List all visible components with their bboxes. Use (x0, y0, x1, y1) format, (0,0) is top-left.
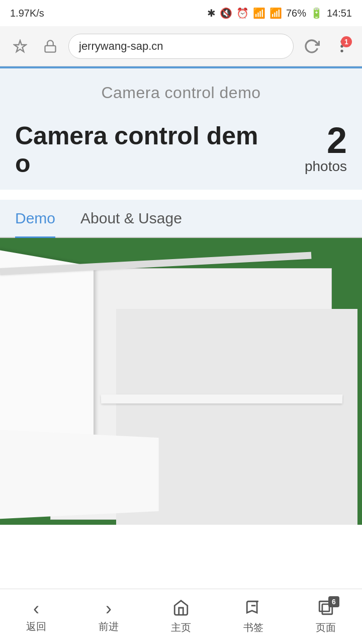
nav-back[interactable]: ‹ 返回 (26, 600, 46, 633)
home-label: 主页 (171, 621, 191, 634)
svg-rect-0 (45, 45, 56, 52)
address-bar[interactable]: jerrywang-sap.cn (68, 34, 294, 59)
clock: 14:51 (327, 8, 352, 19)
shelf (101, 394, 343, 404)
nav-bookmarks[interactable]: 书签 (243, 599, 263, 634)
alarm-icon: ⏰ (236, 7, 249, 19)
signal-icon: 📶 (269, 7, 282, 19)
mute-icon: 🔇 (220, 7, 232, 19)
menu-button[interactable]: 1 (330, 34, 354, 58)
nav-forward[interactable]: › 前进 (99, 600, 119, 633)
bottom-panel (0, 430, 159, 519)
bluetooth-icon: ✱ (207, 7, 216, 19)
pages-label: 页面 (316, 621, 336, 634)
bottom-nav: ‹ 返回 › 前进 主页 书签 (0, 589, 362, 644)
content-title-block: Camera control dem o (15, 122, 305, 178)
tab-about[interactable]: About & Usage (80, 200, 182, 237)
pages-badge-container: 6 (317, 599, 334, 619)
wifi-icon: 📶 (253, 7, 265, 19)
battery-level: 76% (286, 8, 306, 19)
bookmarks-label: 书签 (243, 621, 263, 634)
forward-label: 前进 (99, 620, 119, 633)
url-text: jerrywang-sap.cn (79, 40, 163, 53)
battery-icon: 🔋 (310, 7, 323, 19)
photo-count-label: photos (305, 158, 347, 175)
nav-pages[interactable]: 6 页面 (316, 599, 336, 634)
content-title-line1: Camera control dem (15, 122, 305, 150)
notification-badge: 1 (341, 36, 352, 47)
network-speed: 1.97K/s (10, 8, 44, 19)
photo-count-block: 2 photos (305, 122, 347, 175)
content-header: Camera control dem o 2 photos (0, 112, 362, 190)
refresh-button[interactable] (300, 34, 324, 58)
tab-bar: Demo About & Usage (0, 200, 362, 238)
nav-home[interactable]: 主页 (171, 599, 191, 634)
home-icon (172, 599, 190, 619)
forward-icon: › (106, 600, 112, 618)
content-title-line2: o (15, 150, 305, 178)
back-label: 返回 (26, 620, 46, 633)
lock-icon (38, 34, 62, 58)
pages-count-badge: 6 (328, 596, 339, 607)
status-bar: 1.97K/s ✱ 🔇 ⏰ 📶 📶 76% 🔋 14:51 (0, 0, 362, 26)
bookmarks-icon (245, 599, 262, 619)
demo-image-area (0, 238, 362, 525)
svg-point-3 (340, 49, 343, 52)
bookmark-button[interactable] (8, 34, 32, 58)
back-icon: ‹ (33, 600, 39, 618)
photo-count-number: 2 (305, 122, 347, 158)
page-header-title: Camera control demo (10, 84, 352, 102)
photo-canvas (0, 238, 362, 525)
page-header: Camera control demo (0, 68, 362, 112)
status-icons: ✱ 🔇 ⏰ 📶 📶 76% 🔋 14:51 (207, 7, 352, 19)
tab-demo[interactable]: Demo (15, 200, 55, 237)
browser-bar: jerrywang-sap.cn 1 (0, 26, 362, 66)
